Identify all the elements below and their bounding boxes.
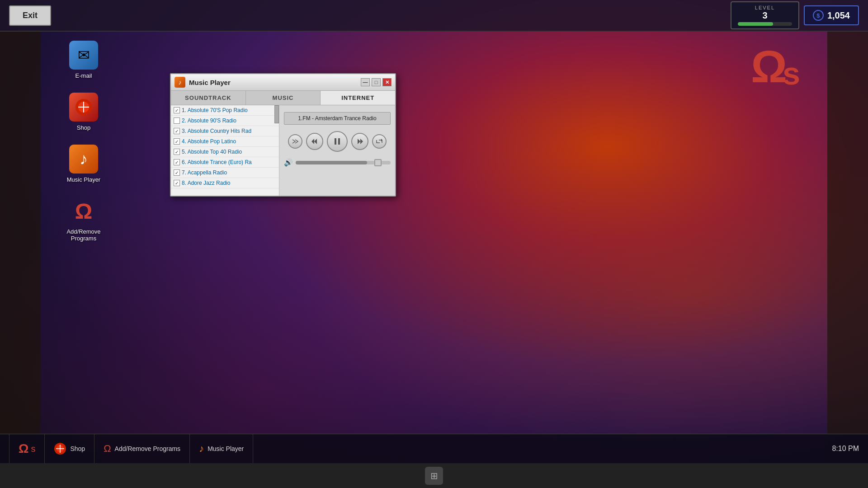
playlist-label-3: 3. Absolute Country Hits Rad	[182, 128, 251, 134]
checkbox-2[interactable]	[174, 117, 180, 124]
taskbar-music-label: Music Player	[208, 445, 244, 452]
close-button[interactable]: ✕	[382, 78, 392, 86]
bottom-icon: ⊞	[425, 467, 443, 485]
window-titlebar: ♪ Music Player — □ ✕	[171, 74, 395, 91]
shuffle-button[interactable]	[288, 134, 302, 149]
taskbar-addremove-icon: Ω	[104, 443, 111, 455]
addremove-icon-symbol: Ω	[75, 199, 92, 224]
playlist-label-2: 2. Absolute 90'S Radio	[182, 117, 236, 124]
desktop-icon-shop[interactable]: Shop	[63, 93, 104, 131]
repeat-icon	[376, 138, 383, 145]
right-panel	[827, 32, 868, 463]
shuffle-icon	[292, 138, 299, 145]
level-number: 3	[762, 10, 767, 21]
now-playing-display: 1.FM - Amsterdam Trance Radio	[284, 112, 391, 125]
tab-internet[interactable]: INTERNET	[321, 91, 395, 105]
checkbox-5[interactable]	[174, 149, 180, 155]
playlist-item-1[interactable]: 1. Absolute 70'S Pop Radio	[171, 105, 279, 116]
taskbar-omega-s: s	[31, 444, 35, 454]
window-controls: — □ ✕	[361, 78, 392, 86]
taskbar-addremove-label: Add/Remove Programs	[115, 445, 181, 452]
bottom-strip: ⊞	[0, 463, 868, 488]
volume-handle[interactable]	[374, 159, 382, 166]
pause-button[interactable]	[327, 131, 348, 152]
player-controls	[288, 131, 387, 152]
volume-slider[interactable]	[296, 161, 391, 164]
window-title: Music Player	[189, 79, 231, 86]
playlist-item-4[interactable]: 4. Absolute Pop Latino	[171, 136, 279, 147]
next-button[interactable]	[351, 133, 368, 150]
checkbox-4[interactable]	[174, 138, 180, 145]
level-box: LEVEL 3	[731, 1, 799, 29]
window-tabs: SOUNDTRACK MUSIC INTERNET	[171, 91, 395, 105]
shop-label: Shop	[77, 124, 90, 131]
maximize-button[interactable]: □	[372, 78, 381, 86]
email-label: E-mail	[75, 72, 92, 79]
svg-marker-5	[311, 139, 314, 144]
taskbar: Ωs Shop Ω Add/Remove Programs ♪ Music Pl…	[0, 434, 868, 463]
svg-marker-8	[358, 139, 360, 144]
checkbox-1[interactable]	[174, 107, 180, 113]
taskbar-omega-button[interactable]: Ωs	[9, 434, 45, 463]
playlist-item-3[interactable]: 3. Absolute Country Hits Rad	[171, 126, 279, 136]
checkbox-3[interactable]	[174, 128, 180, 134]
player-panel: 1.FM - Amsterdam Trance Radio	[279, 105, 395, 196]
titlebar-icon: ♪	[175, 77, 185, 88]
taskbar-shop[interactable]: Shop	[45, 434, 94, 463]
pause-icon	[332, 136, 342, 146]
playlist-item-7[interactable]: 7. Acappella Radio	[171, 168, 279, 178]
music-player-window: ♪ Music Player — □ ✕ SOUNDTRACK MUSIC IN…	[170, 73, 396, 197]
playlist-label-7: 7. Acappella Radio	[182, 169, 227, 176]
omega-s: s	[783, 56, 800, 92]
desktop-icon-email[interactable]: ✉ E-mail	[63, 41, 104, 79]
desktop-background	[0, 0, 868, 488]
tab-music[interactable]: MUSIC	[246, 91, 321, 105]
level-label: LEVEL	[755, 5, 775, 10]
addremove-label: Add/RemovePrograms	[66, 228, 100, 242]
money-box: $ 1,054	[804, 5, 859, 25]
playlist-panel: 1. Absolute 70'S Pop Radio 2. Absolute 9…	[171, 105, 279, 196]
titlebar-left: ♪ Music Player	[175, 77, 231, 88]
checkbox-6[interactable]	[174, 159, 180, 165]
playlist-item-2[interactable]: 2. Absolute 90'S Radio	[171, 116, 279, 126]
playlist-item-6[interactable]: 6. Absolute Trance (Euro) Ra	[171, 157, 279, 168]
omega-symbol: Ω	[751, 41, 787, 93]
email-icon-symbol: ✉	[78, 47, 90, 64]
hud-right: LEVEL 3 $ 1,054	[731, 1, 859, 29]
playlist-item-8[interactable]: 8. Adore Jazz Radio	[171, 178, 279, 188]
email-icon: ✉	[69, 41, 98, 70]
minimize-button[interactable]: —	[361, 78, 370, 86]
playlist-item-5[interactable]: 5. Absolute Top 40 Radio	[171, 147, 279, 157]
shop-icon-svg	[75, 98, 93, 116]
scrollbar-thumb[interactable]	[274, 105, 279, 123]
volume-control: 🔊	[284, 158, 391, 167]
volume-fill	[296, 161, 367, 164]
checkbox-8[interactable]	[174, 180, 180, 186]
svg-rect-7	[338, 138, 340, 145]
taskbar-addremove[interactable]: Ω Add/Remove Programs	[94, 434, 190, 463]
desktop-icon-addremove[interactable]: Ω Add/RemovePrograms	[63, 197, 104, 242]
repeat-button[interactable]	[372, 134, 387, 149]
level-bar-fill	[738, 22, 773, 26]
shop-icon	[69, 93, 98, 122]
taskbar-musicplayer[interactable]: ♪ Music Player	[190, 434, 253, 463]
playlist-label-8: 8. Adore Jazz Radio	[182, 180, 230, 186]
playlist-label-5: 5. Absolute Top 40 Radio	[182, 149, 242, 155]
taskbar-shop-icon	[54, 442, 66, 455]
playlist-label-4: 4. Absolute Pop Latino	[182, 138, 236, 145]
window-content: 1. Absolute 70'S Pop Radio 2. Absolute 9…	[171, 105, 395, 196]
taskbar-omega-symbol: Ω	[19, 441, 28, 456]
playlist-label-1: 1. Absolute 70'S Pop Radio	[182, 107, 248, 113]
music-label: Music Player	[67, 176, 100, 183]
checkbox-7[interactable]	[174, 169, 180, 176]
next-icon	[356, 137, 364, 145]
omega-logo: Ωs	[751, 41, 800, 93]
svg-marker-4	[314, 139, 317, 144]
taskbar-clock: 8:10 PM	[832, 445, 859, 453]
exit-button[interactable]: Exit	[9, 5, 51, 26]
taskbar-music-icon: ♪	[199, 443, 204, 455]
tab-soundtrack[interactable]: SOUNDTRACK	[171, 91, 246, 105]
desktop-icon-music[interactable]: ♪ Music Player	[63, 145, 104, 183]
prev-button[interactable]	[306, 133, 323, 150]
svg-rect-6	[335, 138, 336, 145]
